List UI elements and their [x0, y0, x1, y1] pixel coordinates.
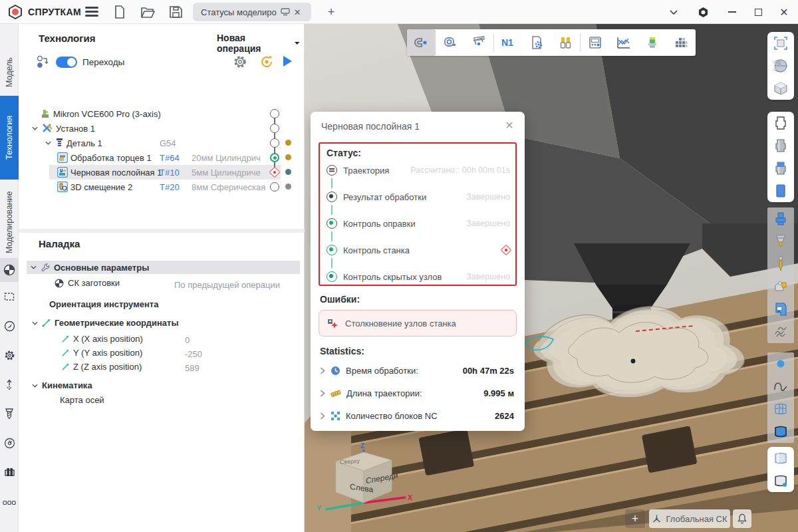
collapse-chevron-icon[interactable]	[31, 265, 37, 269]
nc-blocks-tool[interactable]	[667, 29, 696, 56]
more-tools[interactable]	[0, 491, 19, 515]
panel-splitter[interactable]	[19, 229, 305, 233]
status-circle-ok[interactable]	[270, 153, 279, 162]
new-operation-dropdown[interactable]: Новая операция	[217, 33, 301, 54]
notifications-button[interactable]	[733, 509, 751, 528]
tab-technology[interactable]: Технология	[0, 96, 19, 180]
minimize-button[interactable]	[724, 4, 741, 20]
status-circle[interactable]	[270, 138, 279, 148]
tree-row-roughing-selected[interactable]: Черновая послойная 1 T#10 5мм Цилиндриче	[19, 165, 305, 180]
measure-tape-tool[interactable]	[436, 29, 464, 56]
coord-row-y[interactable]: Y (Y axis position)	[61, 348, 142, 358]
wcs-value[interactable]: По предыдущей операции	[174, 280, 305, 290]
tab-simulation[interactable]: Моделирование	[0, 182, 19, 262]
status-row-holder-check[interactable]: Контроль оправки Завершено	[327, 217, 510, 230]
show-machine-schematic-button[interactable]	[767, 275, 794, 298]
collapse-chevron-icon[interactable]	[32, 384, 38, 388]
caliper-tool[interactable]	[464, 29, 493, 56]
show-points-button[interactable]	[767, 352, 794, 375]
settings-nut-icon[interactable]	[694, 4, 712, 20]
recalculate-icon[interactable]	[259, 55, 274, 69]
coord-row-x[interactable]: X (X axis position)	[61, 334, 143, 344]
machine-check-error-diamond-icon[interactable]	[501, 245, 512, 256]
expand-arrow-icon[interactable]	[320, 367, 325, 374]
selection-region-tool[interactable]	[0, 285, 19, 309]
show-surface-points-button[interactable]	[767, 469, 794, 492]
maximize-button[interactable]	[749, 4, 767, 20]
show-fixture-button[interactable]	[767, 207, 794, 230]
add-cs-button[interactable]: +	[625, 509, 645, 528]
geometry-coords-header[interactable]: Геометрические координаты	[32, 318, 179, 328]
open-file-icon[interactable]	[140, 5, 156, 19]
tree-row-setup[interactable]: Установ 1	[19, 121, 305, 136]
save-icon[interactable]	[168, 5, 184, 19]
expand-arrow-icon[interactable]	[320, 412, 325, 420]
new-file-icon[interactable]	[112, 5, 128, 19]
graphs-tool[interactable]	[609, 29, 638, 56]
tab-model[interactable]: Модель	[0, 51, 19, 94]
compass-tool[interactable]	[0, 314, 19, 338]
transitions-toggle[interactable]	[56, 57, 77, 68]
expand-arrow-icon[interactable]	[320, 390, 325, 397]
view-cube[interactable]: Z Y X Сверху Слева Спереди	[314, 442, 414, 521]
status-circle[interactable]	[270, 182, 279, 192]
orbit-view-button[interactable]	[767, 55, 794, 77]
close-button[interactable]: ✕	[775, 4, 793, 20]
main-menu-button[interactable]	[85, 7, 98, 17]
kinematics-header[interactable]: Кинематика	[32, 380, 92, 390]
coord-value-z[interactable]: 589	[185, 363, 200, 373]
program-settings-tool[interactable]	[523, 29, 551, 56]
show-wireframe-surfaces-button[interactable]	[767, 398, 794, 420]
status-circle[interactable]	[270, 124, 279, 133]
document-tab[interactable]: Статусы моделиро ✕	[193, 3, 311, 21]
expand-chevron-icon[interactable]	[32, 126, 38, 130]
show-stock-button[interactable]	[767, 134, 794, 157]
datum-cs-tool[interactable]	[0, 258, 19, 282]
axis-move-tool[interactable]	[0, 372, 19, 396]
isometric-view-button[interactable]	[767, 77, 794, 100]
coord-row-z[interactable]: Z (Z axis position)	[61, 362, 142, 372]
fit-selection-button[interactable]	[767, 32, 794, 55]
stat-row-path-length[interactable]: Длина траектории: 9.995 м	[320, 386, 514, 400]
global-cs-selector[interactable]: Глобальная СК	[649, 509, 730, 528]
status-row-machining-result[interactable]: Результат обработки Завершено	[327, 190, 510, 203]
coord-value-y[interactable]: -250	[185, 349, 202, 359]
show-toolpath-button[interactable]	[767, 321, 794, 343]
main-params-group-header[interactable]: Основные параметры	[27, 261, 300, 274]
show-machine-button[interactable]	[767, 298, 794, 321]
show-surfaces-button[interactable]	[767, 420, 794, 443]
run-simulation-button[interactable]	[283, 56, 292, 66]
show-curves-button[interactable]	[767, 375, 794, 398]
tool-library-tool[interactable]	[0, 402, 19, 426]
show-tool-button[interactable]	[767, 253, 794, 275]
collapse-chevron-icon[interactable]	[32, 321, 38, 325]
expand-chevron-icon[interactable]	[45, 141, 51, 145]
stat-row-nc-blocks[interactable]: Количество блоков NC 2624	[320, 408, 514, 423]
show-stock-part-button[interactable]	[767, 157, 794, 180]
tool-assembly-tool[interactable]	[551, 29, 580, 56]
status-row-hidden-nodes-check[interactable]: Контроль скрытых узлов Завершено	[327, 270, 510, 283]
feeds-speeds-tool[interactable]	[0, 431, 19, 455]
tree-row-part[interactable]: Деталь 1 G54	[19, 136, 305, 150]
operation-settings-gear-icon[interactable]	[233, 55, 247, 69]
calculator-tool[interactable]	[581, 29, 609, 56]
settings-tool[interactable]	[0, 343, 19, 367]
coord-value-x[interactable]: 0	[185, 335, 190, 345]
new-tab-button[interactable]: +	[323, 4, 339, 20]
tree-row-offset[interactable]: 3D смещение 2 T#20 8мм Сферическая	[19, 180, 305, 194]
tree-row-facing[interactable]: Обработка торцев 1 T#64 20мм Цилиндрич	[19, 150, 305, 165]
show-holder-button[interactable]	[767, 230, 794, 253]
show-part-button[interactable]	[767, 180, 794, 202]
dialog-close-icon[interactable]: ✕	[502, 118, 517, 133]
nc-program-tool[interactable]: N1	[494, 29, 523, 56]
axes-map-item[interactable]: Карта осей	[60, 395, 104, 405]
show-shaded-surface-button[interactable]	[767, 447, 794, 469]
status-row-trajectory[interactable]: Траектория Рассчитано:: 00h 00m 01s	[327, 164, 510, 177]
stat-row-machining-time[interactable]: Время обработки: 00h 47m 22s	[320, 363, 514, 378]
tab-close-icon[interactable]: ✕	[294, 7, 301, 17]
status-row-machine-check[interactable]: Контроль станка	[327, 243, 510, 257]
collision-error-item[interactable]: Столкновение узлов станка	[319, 310, 517, 336]
tool-stand-tool[interactable]	[638, 29, 667, 56]
wcs-row[interactable]: СК заготовки	[55, 278, 120, 288]
titlebar-dropdown-chevron[interactable]	[665, 4, 682, 20]
